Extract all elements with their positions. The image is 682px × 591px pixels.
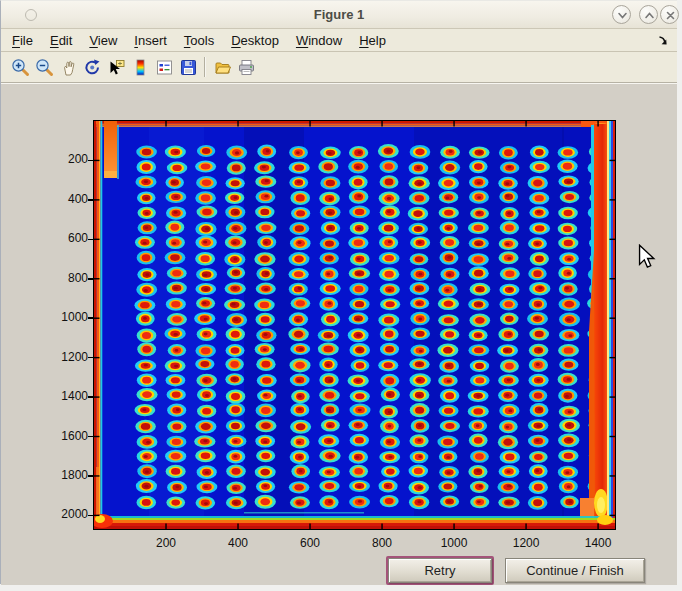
mouse-cursor-icon	[638, 244, 656, 270]
x-tick-label: 200	[141, 536, 191, 550]
menu-insert[interactable]: Insert	[134, 33, 167, 48]
menu-edit[interactable]: Edit	[50, 33, 72, 48]
x-axis-tick-labels: 200400600800100012001400	[94, 536, 615, 552]
y-tick-label: 1200	[38, 350, 88, 364]
menu-window[interactable]: Window	[296, 33, 342, 48]
title-bar[interactable]: Figure 1	[1, 1, 677, 29]
figure-canvas: 200400600800100012001400160018002000 200…	[1, 84, 677, 585]
pan-hand-icon	[59, 58, 78, 77]
y-tick-label: 1600	[38, 429, 88, 443]
open-file-button[interactable]	[210, 55, 234, 79]
x-tick-label: 1400	[573, 536, 623, 550]
y-axis-tick-labels: 200400600800100012001400160018002000	[38, 121, 88, 529]
x-tick-label: 1200	[501, 536, 551, 550]
retry-button[interactable]: Retry	[388, 558, 492, 583]
desktop: Figure 1 File Edit View Insert	[0, 0, 682, 591]
heatmap-image[interactable]	[94, 121, 615, 529]
insert-legend-button[interactable]	[152, 55, 176, 79]
menu-help[interactable]: Help	[359, 33, 386, 48]
shade-button[interactable]	[612, 5, 631, 24]
menu-bar: File Edit View Insert Tools Desktop Wind…	[1, 29, 677, 52]
rotate-3d-icon	[83, 58, 102, 77]
x-tick-label: 800	[357, 536, 407, 550]
print-button[interactable]	[234, 55, 258, 79]
zoom-in-icon	[11, 58, 30, 77]
y-tick-label: 2000	[38, 507, 88, 521]
window-title: Figure 1	[1, 1, 677, 29]
y-tick-label: 800	[38, 271, 88, 285]
dock-figure-arrow-icon[interactable]	[657, 35, 669, 47]
y-tick-label: 1400	[38, 389, 88, 403]
plot-axes	[93, 120, 616, 530]
continue-finish-button[interactable]: Continue / Finish	[505, 558, 645, 583]
chevron-up-icon	[642, 8, 657, 23]
menu-view[interactable]: View	[89, 33, 117, 48]
pan-button[interactable]	[56, 55, 80, 79]
y-tick-label: 200	[38, 152, 88, 166]
zoom-out-icon	[35, 58, 54, 77]
save-icon	[179, 58, 198, 77]
retry-button-focus-ring: Retry	[386, 556, 494, 585]
print-icon	[237, 58, 256, 77]
menu-desktop[interactable]: Desktop	[231, 33, 279, 48]
colorbar-button[interactable]	[128, 55, 152, 79]
open-folder-icon	[213, 58, 232, 77]
x-tick-label: 600	[285, 536, 335, 550]
y-tick-label: 400	[38, 192, 88, 206]
y-tick-label: 600	[38, 231, 88, 245]
insert-legend-icon	[155, 58, 174, 77]
figure-window: Figure 1 File Edit View Insert	[0, 0, 677, 584]
y-tick-label: 1800	[38, 468, 88, 482]
x-tick-label: 400	[213, 536, 263, 550]
zoom-in-button[interactable]	[8, 55, 32, 79]
data-cursor-button[interactable]	[104, 55, 128, 79]
save-button[interactable]	[176, 55, 200, 79]
menu-tools[interactable]: Tools	[184, 33, 214, 48]
close-button[interactable]	[660, 5, 679, 24]
rotate-3d-button[interactable]	[80, 55, 104, 79]
close-x-icon	[663, 8, 678, 23]
toolbar-separator	[204, 57, 205, 77]
zoom-out-button[interactable]	[32, 55, 56, 79]
y-tick-label: 1000	[38, 310, 88, 324]
toolbar	[1, 52, 677, 83]
chevron-down-icon	[615, 8, 630, 23]
maximize-button[interactable]	[639, 5, 658, 24]
x-tick-label: 1000	[429, 536, 479, 550]
colorbar-icon	[131, 58, 150, 77]
menu-file[interactable]: File	[12, 33, 33, 48]
data-cursor-icon	[107, 58, 126, 77]
